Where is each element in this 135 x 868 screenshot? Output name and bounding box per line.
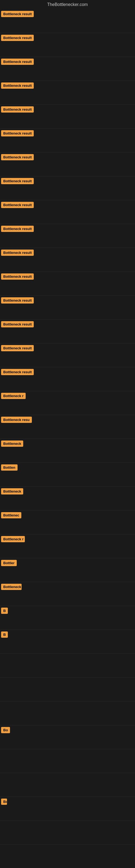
bottleneck-result-label[interactable]: Bottleneck result [1, 321, 34, 328]
result-row: Bottleneck result [0, 57, 135, 81]
result-row [0, 749, 135, 773]
bottleneck-result-label[interactable]: Bottleneck r [1, 536, 25, 542]
result-row: Bottlenec [0, 510, 135, 534]
result-row: Bottleneck result [0, 343, 135, 367]
result-row: Bottleneck result [0, 367, 135, 391]
bottleneck-result-label[interactable]: Bo [1, 727, 10, 733]
result-row: Bottleneck result [0, 81, 135, 105]
result-row: Bottleneck [0, 439, 135, 463]
result-row [0, 821, 135, 845]
result-row: Bottleneck result [0, 9, 135, 33]
result-row: Bo [0, 725, 135, 749]
result-row: Bottleneck result [0, 200, 135, 224]
result-row: Bottleneck result [0, 33, 135, 57]
result-row: Bottleneck result [0, 319, 135, 343]
bottleneck-result-label[interactable]: Bottleneck result [1, 59, 34, 65]
result-row: Bottleneck result [0, 248, 135, 272]
bottleneck-result-label[interactable]: B [1, 608, 8, 614]
bottleneck-result-label[interactable]: Bottleneck result [1, 273, 34, 280]
bottleneck-result-label[interactable]: Bottleneck result [1, 35, 34, 41]
bottleneck-result-label[interactable]: Bottlen [1, 464, 17, 471]
result-row [0, 654, 135, 678]
result-row: Bottler [0, 558, 135, 582]
result-row: Bottleneck re [0, 797, 135, 821]
result-row [0, 773, 135, 797]
bottleneck-result-label[interactable]: Bottleneck result [1, 250, 34, 256]
bottleneck-result-label[interactable]: Bottler [1, 560, 17, 566]
bottleneck-result-label[interactable]: B [1, 631, 8, 638]
result-row: Bottleneck result [0, 272, 135, 296]
result-row: Bottleneck result [0, 176, 135, 200]
result-row: Bottleneck [0, 487, 135, 510]
bottleneck-result-label[interactable]: Bottleneck result [1, 202, 34, 208]
result-row: Bottleneck result [0, 129, 135, 152]
result-row: Bottleneck result [0, 105, 135, 129]
result-row: Bottleneck [0, 582, 135, 606]
bottleneck-result-label[interactable]: Bottleneck result [1, 226, 34, 232]
bottleneck-result-label[interactable]: Bottleneck result [1, 106, 34, 113]
result-row: Bottleneck r [0, 391, 135, 415]
bottleneck-result-label[interactable]: Bottleneck resu [1, 416, 32, 423]
result-row: Bottleneck resu [0, 415, 135, 439]
result-row: Bottleneck result [0, 224, 135, 248]
bottleneck-result-label[interactable]: Bottleneck [1, 584, 21, 590]
bottleneck-result-label[interactable]: Bottleneck r [1, 393, 26, 399]
result-row [0, 845, 135, 868]
site-header: TheBottlenecker.com [0, 0, 135, 9]
bottleneck-result-label[interactable]: Bottlenec [1, 512, 21, 518]
result-row: B [0, 630, 135, 654]
result-row [0, 678, 135, 702]
results-list: Bottleneck resultBottleneck resultBottle… [0, 9, 135, 868]
bottleneck-result-label[interactable]: Bottleneck result [1, 83, 34, 89]
bottleneck-result-label[interactable]: Bottleneck result [1, 11, 34, 17]
bottleneck-result-label[interactable]: Bottleneck result [1, 345, 34, 351]
result-row: B [0, 606, 135, 630]
bottleneck-result-label[interactable]: Bottleneck result [1, 130, 34, 136]
result-row: Bottleneck result [0, 152, 135, 176]
bottleneck-result-label[interactable]: Bottleneck re [1, 799, 7, 805]
site-title: TheBottlenecker.com [0, 0, 135, 9]
result-row: Bottlen [0, 463, 135, 487]
bottleneck-result-label[interactable]: Bottleneck result [1, 178, 34, 184]
result-row: Bottleneck result [0, 296, 135, 319]
result-row: Bottleneck r [0, 534, 135, 558]
bottleneck-result-label[interactable]: Bottleneck result [1, 297, 34, 304]
bottleneck-result-label[interactable]: Bottleneck result [1, 369, 34, 375]
bottleneck-result-label[interactable]: Bottleneck result [1, 154, 34, 160]
result-row [0, 702, 135, 725]
bottleneck-result-label[interactable]: Bottleneck [1, 440, 23, 447]
bottleneck-result-label[interactable]: Bottleneck [1, 488, 23, 495]
